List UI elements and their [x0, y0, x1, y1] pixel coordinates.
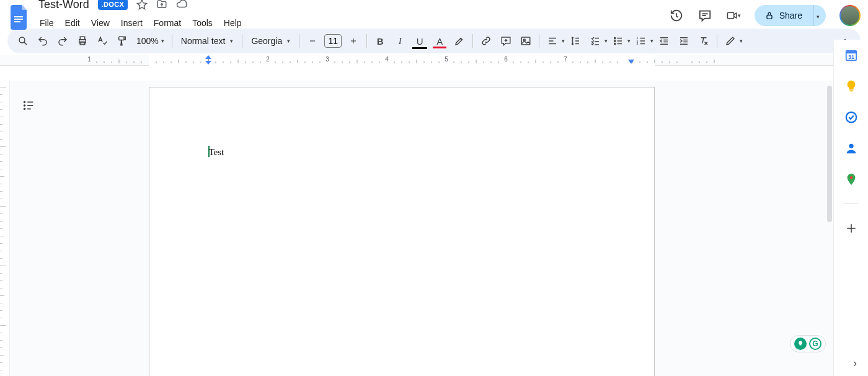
- svg-point-145: [849, 176, 852, 179]
- svg-point-30: [614, 40, 616, 42]
- svg-text:6: 6: [504, 56, 508, 63]
- menu-edit[interactable]: Edit: [60, 16, 85, 30]
- line-spacing-icon[interactable]: [566, 32, 585, 50]
- comments-icon[interactable]: [698, 8, 712, 23]
- title-row: Test-Word .DOCX: [35, 0, 669, 13]
- move-icon[interactable]: [156, 0, 167, 10]
- spellcheck-icon[interactable]: [93, 32, 112, 50]
- svg-line-8: [24, 42, 27, 45]
- grammarly-bulb-icon: [794, 338, 807, 350]
- document-title[interactable]: Test-Word: [35, 0, 93, 12]
- decrease-indent-icon[interactable]: [655, 32, 673, 50]
- decrease-font-icon[interactable]: [303, 32, 322, 50]
- vertical-ruler[interactable]: [0, 81, 10, 376]
- meet-button[interactable]: ▾: [726, 8, 741, 23]
- add-comment-icon[interactable]: [497, 32, 515, 50]
- chevron-down-icon[interactable]: ▾: [627, 38, 631, 44]
- underline-icon[interactable]: U: [410, 32, 429, 50]
- side-panel: 31 ›: [833, 40, 868, 376]
- svg-text:7: 7: [564, 56, 567, 63]
- svg-point-144: [849, 144, 853, 148]
- zoom-select[interactable]: 100% ▾: [133, 36, 168, 46]
- undo-icon[interactable]: [33, 32, 52, 50]
- menu-format[interactable]: Format: [149, 16, 186, 30]
- svg-rect-10: [80, 37, 85, 40]
- svg-rect-0: [14, 16, 23, 17]
- chevron-down-icon[interactable]: ▾: [740, 38, 743, 44]
- maps-app-icon[interactable]: [844, 172, 858, 186]
- chevron-down-icon: ▾: [161, 38, 164, 44]
- vertical-scrollbar-thumb[interactable]: [827, 86, 832, 222]
- get-addons-icon[interactable]: [844, 222, 858, 235]
- history-icon[interactable]: [669, 8, 684, 23]
- editing-mode-icon[interactable]: [721, 32, 740, 50]
- italic-icon[interactable]: I: [391, 32, 409, 50]
- svg-rect-18: [521, 37, 530, 45]
- svg-rect-1: [14, 19, 23, 20]
- svg-rect-12: [119, 37, 124, 40]
- numbered-list-icon[interactable]: 123: [632, 32, 650, 50]
- font-select[interactable]: Georgia ▾: [246, 36, 295, 46]
- svg-text:3: 3: [637, 42, 639, 45]
- menu-file[interactable]: File: [35, 16, 59, 30]
- font-value: Georgia: [251, 36, 282, 46]
- increase-indent-icon[interactable]: [675, 32, 693, 50]
- zoom-value: 100%: [136, 36, 159, 46]
- menu-help[interactable]: Help: [219, 16, 247, 30]
- docs-logo[interactable]: [7, 5, 32, 30]
- menu-insert[interactable]: Insert: [116, 16, 148, 30]
- font-size-input[interactable]: [324, 34, 342, 48]
- chevron-down-icon[interactable]: ▾: [604, 38, 608, 44]
- clear-formatting-icon[interactable]: [694, 32, 713, 50]
- menu-bar: File Edit View Insert Format Tools Help: [35, 14, 669, 32]
- print-icon[interactable]: [73, 32, 92, 50]
- share-dropdown[interactable]: ▾: [813, 5, 826, 26]
- svg-point-31: [614, 43, 616, 44]
- paint-format-icon[interactable]: [113, 32, 131, 50]
- cloud-status-icon[interactable]: [176, 0, 187, 10]
- svg-rect-5: [727, 12, 733, 19]
- share-label: Share: [779, 11, 802, 20]
- contacts-app-icon[interactable]: [844, 141, 858, 155]
- hide-side-panel-icon[interactable]: ›: [853, 357, 857, 370]
- svg-rect-140: [846, 51, 856, 54]
- document-workspace[interactable]: Test: [0, 81, 833, 376]
- align-icon[interactable]: [543, 32, 562, 50]
- highlight-icon[interactable]: [450, 32, 469, 50]
- show-outline-icon[interactable]: [17, 94, 40, 117]
- account-avatar[interactable]: [839, 5, 861, 26]
- menu-view[interactable]: View: [86, 16, 115, 30]
- paragraph-style-value: Normal text: [181, 36, 226, 46]
- chevron-down-icon: ▾: [230, 38, 233, 44]
- paragraph-style-select[interactable]: Normal text ▾: [176, 36, 239, 46]
- bold-icon[interactable]: B: [371, 32, 389, 50]
- document-body-text[interactable]: Test: [209, 147, 224, 158]
- document-page[interactable]: Test: [149, 87, 655, 376]
- calendar-app-icon[interactable]: 31: [844, 48, 858, 62]
- horizontal-ruler[interactable]: 11234567: [0, 55, 868, 66]
- app-header: Test-Word .DOCX File Edit View Insert Fo…: [0, 0, 868, 22]
- tasks-app-icon[interactable]: [844, 110, 858, 124]
- svg-point-134: [24, 105, 25, 106]
- share-button[interactable]: Share: [755, 5, 813, 26]
- menu-tools[interactable]: Tools: [187, 16, 218, 30]
- svg-point-7: [19, 37, 25, 43]
- bulleted-list-icon[interactable]: [609, 32, 627, 50]
- svg-text:1: 1: [87, 56, 91, 63]
- grammarly-widget[interactable]: G: [790, 335, 826, 352]
- checklist-icon[interactable]: [586, 32, 604, 50]
- text-color-icon[interactable]: A: [430, 32, 449, 50]
- increase-font-icon[interactable]: [344, 32, 363, 50]
- main-toolbar: 100% ▾ Normal text ▾ Georgia ▾ B I U A ▾…: [7, 29, 861, 53]
- chevron-down-icon[interactable]: ▾: [650, 38, 653, 44]
- insert-link-icon[interactable]: [477, 32, 495, 50]
- star-icon[interactable]: [136, 0, 148, 10]
- redo-icon[interactable]: [53, 32, 72, 50]
- chevron-down-icon: ▾: [738, 12, 741, 19]
- svg-rect-6: [767, 15, 772, 19]
- chevron-down-icon[interactable]: ▾: [562, 38, 565, 44]
- keep-app-icon[interactable]: [844, 79, 858, 93]
- search-menus-icon[interactable]: [14, 32, 32, 50]
- insert-image-icon[interactable]: [516, 32, 535, 50]
- chevron-down-icon: ▾: [287, 38, 290, 44]
